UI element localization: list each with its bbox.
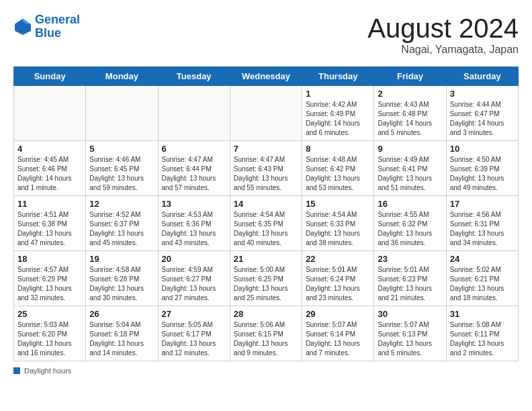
day-number: 17 (450, 199, 515, 209)
calendar-cell: 13 Sunrise: 4:53 AMSunset: 6:36 PMDaylig… (158, 196, 230, 251)
calendar-cell: 22 Sunrise: 5:01 AMSunset: 6:24 PMDaylig… (302, 251, 374, 306)
calendar-cell: 2 Sunrise: 4:43 AMSunset: 6:48 PMDayligh… (374, 86, 446, 141)
day-number: 21 (234, 254, 298, 264)
logo-text: General Blue (35, 13, 80, 40)
day-info: Sunrise: 4:58 AMSunset: 6:28 PMDaylight:… (89, 265, 154, 303)
footer-bullet (13, 367, 20, 374)
calendar-week-row: 18 Sunrise: 4:57 AMSunset: 6:29 PMDaylig… (14, 251, 519, 306)
day-number: 9 (378, 144, 442, 154)
day-number: 24 (450, 254, 515, 264)
calendar-cell (158, 86, 230, 141)
calendar-cell: 29 Sunrise: 5:07 AMSunset: 6:14 PMDaylig… (302, 306, 374, 361)
day-number: 8 (306, 144, 370, 154)
calendar-cell (230, 86, 302, 141)
calendar-cell: 10 Sunrise: 4:50 AMSunset: 6:39 PMDaylig… (446, 141, 518, 196)
day-number: 25 (17, 309, 82, 319)
day-number: 2 (378, 89, 442, 99)
calendar-cell: 16 Sunrise: 4:55 AMSunset: 6:32 PMDaylig… (374, 196, 446, 251)
day-info: Sunrise: 5:07 AMSunset: 6:14 PMDaylight:… (306, 320, 370, 358)
day-info: Sunrise: 5:02 AMSunset: 6:21 PMDaylight:… (450, 265, 515, 303)
day-info: Sunrise: 4:52 AMSunset: 6:37 PMDaylight:… (89, 210, 154, 248)
calendar-cell: 8 Sunrise: 4:48 AMSunset: 6:42 PMDayligh… (302, 141, 374, 196)
day-info: Sunrise: 4:46 AMSunset: 6:45 PMDaylight:… (89, 155, 154, 193)
day-info: Sunrise: 4:47 AMSunset: 6:44 PMDaylight:… (162, 155, 226, 193)
weekday-header-thursday: Thursday (302, 67, 374, 86)
calendar-cell: 30 Sunrise: 5:07 AMSunset: 6:13 PMDaylig… (374, 306, 446, 361)
day-number: 5 (89, 144, 154, 154)
day-info: Sunrise: 5:01 AMSunset: 6:24 PMDaylight:… (306, 265, 370, 303)
calendar-cell: 28 Sunrise: 5:06 AMSunset: 6:15 PMDaylig… (230, 306, 302, 361)
footer: Daylight hours (13, 367, 519, 375)
day-info: Sunrise: 4:54 AMSunset: 6:35 PMDaylight:… (234, 210, 298, 248)
calendar-cell: 15 Sunrise: 4:54 AMSunset: 6:33 PMDaylig… (302, 196, 374, 251)
calendar-cell: 17 Sunrise: 4:56 AMSunset: 6:31 PMDaylig… (446, 196, 518, 251)
day-number: 22 (306, 254, 370, 264)
day-info: Sunrise: 5:03 AMSunset: 6:20 PMDaylight:… (17, 320, 82, 358)
day-number: 10 (450, 144, 515, 154)
calendar-cell (86, 86, 158, 141)
page-header: General Blue August 2024 Nagai, Yamagata… (13, 13, 519, 56)
calendar-week-row: 11 Sunrise: 4:51 AMSunset: 6:38 PMDaylig… (14, 196, 519, 251)
day-number: 18 (17, 254, 82, 264)
weekday-header-wednesday: Wednesday (230, 67, 302, 86)
day-number: 26 (89, 309, 154, 319)
day-info: Sunrise: 4:43 AMSunset: 6:48 PMDaylight:… (378, 100, 442, 138)
day-number: 19 (89, 254, 154, 264)
calendar-cell: 4 Sunrise: 4:45 AMSunset: 6:46 PMDayligh… (14, 141, 86, 196)
calendar-cell: 26 Sunrise: 5:04 AMSunset: 6:18 PMDaylig… (86, 306, 158, 361)
day-number: 14 (234, 199, 298, 209)
day-info: Sunrise: 5:00 AMSunset: 6:25 PMDaylight:… (234, 265, 298, 303)
calendar-cell (14, 86, 86, 141)
day-info: Sunrise: 5:04 AMSunset: 6:18 PMDaylight:… (89, 320, 154, 358)
calendar-cell: 12 Sunrise: 4:52 AMSunset: 6:37 PMDaylig… (86, 196, 158, 251)
calendar-cell: 3 Sunrise: 4:44 AMSunset: 6:47 PMDayligh… (446, 86, 518, 141)
day-info: Sunrise: 5:05 AMSunset: 6:17 PMDaylight:… (162, 320, 226, 358)
day-info: Sunrise: 4:57 AMSunset: 6:29 PMDaylight:… (17, 265, 82, 303)
day-info: Sunrise: 4:42 AMSunset: 6:49 PMDaylight:… (306, 100, 370, 138)
day-number: 27 (162, 309, 226, 319)
day-number: 16 (378, 199, 442, 209)
calendar-cell: 19 Sunrise: 4:58 AMSunset: 6:28 PMDaylig… (86, 251, 158, 306)
calendar-cell: 21 Sunrise: 5:00 AMSunset: 6:25 PMDaylig… (230, 251, 302, 306)
weekday-header-sunday: Sunday (14, 67, 86, 86)
day-number: 29 (306, 309, 370, 319)
day-info: Sunrise: 4:54 AMSunset: 6:33 PMDaylight:… (306, 210, 370, 248)
day-number: 30 (378, 309, 442, 319)
calendar-cell: 14 Sunrise: 4:54 AMSunset: 6:35 PMDaylig… (230, 196, 302, 251)
day-info: Sunrise: 5:07 AMSunset: 6:13 PMDaylight:… (378, 320, 442, 358)
calendar-week-row: 25 Sunrise: 5:03 AMSunset: 6:20 PMDaylig… (14, 306, 519, 361)
month-title: August 2024 (367, 13, 519, 44)
day-info: Sunrise: 4:47 AMSunset: 6:43 PMDaylight:… (234, 155, 298, 193)
calendar-cell: 11 Sunrise: 4:51 AMSunset: 6:38 PMDaylig… (14, 196, 86, 251)
day-info: Sunrise: 4:44 AMSunset: 6:47 PMDaylight:… (450, 100, 515, 138)
calendar-cell: 6 Sunrise: 4:47 AMSunset: 6:44 PMDayligh… (158, 141, 230, 196)
calendar-cell: 5 Sunrise: 4:46 AMSunset: 6:45 PMDayligh… (86, 141, 158, 196)
location-title: Nagai, Yamagata, Japan (367, 44, 519, 56)
calendar-week-row: 4 Sunrise: 4:45 AMSunset: 6:46 PMDayligh… (14, 141, 519, 196)
weekday-header-friday: Friday (374, 67, 446, 86)
day-info: Sunrise: 4:56 AMSunset: 6:31 PMDaylight:… (450, 210, 515, 248)
day-info: Sunrise: 4:55 AMSunset: 6:32 PMDaylight:… (378, 210, 442, 248)
day-info: Sunrise: 4:45 AMSunset: 6:46 PMDaylight:… (17, 155, 82, 193)
logo-icon (13, 17, 32, 36)
day-info: Sunrise: 4:48 AMSunset: 6:42 PMDaylight:… (306, 155, 370, 193)
day-number: 23 (378, 254, 442, 264)
day-number: 7 (234, 144, 298, 154)
day-info: Sunrise: 4:49 AMSunset: 6:41 PMDaylight:… (378, 155, 442, 193)
day-number: 13 (162, 199, 226, 209)
weekday-header-saturday: Saturday (446, 67, 518, 86)
day-info: Sunrise: 5:08 AMSunset: 6:11 PMDaylight:… (450, 320, 515, 358)
calendar-cell: 20 Sunrise: 4:59 AMSunset: 6:27 PMDaylig… (158, 251, 230, 306)
day-info: Sunrise: 4:50 AMSunset: 6:39 PMDaylight:… (450, 155, 515, 193)
day-info: Sunrise: 5:06 AMSunset: 6:15 PMDaylight:… (234, 320, 298, 358)
day-info: Sunrise: 4:59 AMSunset: 6:27 PMDaylight:… (162, 265, 226, 303)
day-number: 28 (234, 309, 298, 319)
calendar-cell: 9 Sunrise: 4:49 AMSunset: 6:41 PMDayligh… (374, 141, 446, 196)
calendar-cell: 25 Sunrise: 5:03 AMSunset: 6:20 PMDaylig… (14, 306, 86, 361)
weekday-header-monday: Monday (86, 67, 158, 86)
day-number: 20 (162, 254, 226, 264)
calendar-week-row: 1 Sunrise: 4:42 AMSunset: 6:49 PMDayligh… (14, 86, 519, 141)
calendar-cell: 27 Sunrise: 5:05 AMSunset: 6:17 PMDaylig… (158, 306, 230, 361)
footer-label: Daylight hours (24, 367, 71, 375)
day-number: 6 (162, 144, 226, 154)
